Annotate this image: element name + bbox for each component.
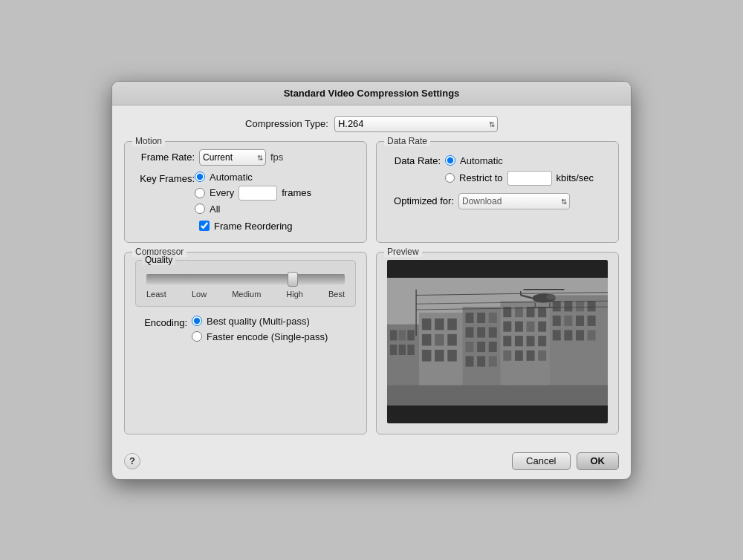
svg-rect-35 [527, 307, 535, 317]
svg-rect-13 [422, 333, 432, 345]
optimized-select-wrapper: Download Streaming CD-ROM LAN/Intranet [458, 193, 570, 209]
frame-reordering-label: Frame Reordering [214, 221, 293, 232]
key-frames-all-radio[interactable] [195, 204, 205, 214]
compression-type-select[interactable]: H.264 MPEG-4 Video Photo-JPEG [334, 116, 498, 132]
data-rate-kbits-input[interactable] [507, 171, 552, 186]
svg-rect-43 [527, 336, 535, 346]
svg-rect-50 [553, 301, 561, 311]
key-frames-automatic-label: Automatic [210, 172, 253, 183]
svg-point-68 [546, 293, 556, 299]
optimized-label: Optimized for: [387, 195, 454, 206]
data-rate-automatic-radio[interactable] [445, 155, 455, 166]
frame-rate-row: Frame Rate: Current 10 15 24 29.97 30 fp… [135, 149, 356, 166]
svg-rect-42 [515, 336, 523, 346]
action-buttons: Cancel OK [512, 452, 619, 470]
optimized-row: Optimized for: Download Streaming CD-ROM… [387, 193, 608, 209]
encoding-best-row: Best quality (Multi-pass) [192, 316, 328, 327]
svg-rect-61 [588, 330, 596, 340]
frame-rate-select-wrapper: Current 10 15 24 29.97 30 [199, 149, 266, 166]
quality-label-best: Best [328, 290, 345, 299]
data-rate-restrict-label: Restrict to [459, 172, 503, 183]
frame-reordering-row: Frame Reordering [199, 221, 356, 232]
key-frames-all-label: All [210, 204, 220, 215]
svg-rect-24 [477, 327, 485, 337]
help-button[interactable]: ? [124, 453, 140, 469]
svg-rect-28 [489, 342, 497, 352]
svg-rect-60 [576, 330, 584, 340]
frame-rate-select[interactable]: Current 10 15 24 29.97 30 [199, 149, 266, 166]
svg-rect-22 [489, 312, 497, 322]
encoding-section: Encoding: Best quality (Multi-pass) Fast… [135, 316, 356, 342]
key-frames-section: Key Frames: Automatic Every frames [135, 172, 356, 215]
svg-rect-39 [527, 321, 535, 331]
encoding-faster-label: Faster encode (Single-pass) [207, 331, 328, 342]
key-frames-every-input[interactable] [239, 186, 277, 201]
svg-rect-38 [515, 321, 523, 331]
svg-rect-57 [588, 315, 596, 325]
svg-rect-44 [538, 336, 546, 346]
quality-slider-wrapper: Least Low Medium High Best [146, 274, 345, 299]
svg-rect-31 [489, 356, 497, 366]
data-rate-label-row: Data Rate: Automatic [387, 155, 608, 166]
optimized-select[interactable]: Download Streaming CD-ROM LAN/Intranet [458, 193, 570, 209]
svg-rect-55 [564, 315, 572, 325]
data-rate-panel-title: Data Rate [384, 136, 430, 146]
svg-rect-3 [390, 330, 397, 340]
svg-rect-58 [553, 330, 561, 340]
dialog: Standard Video Compression Settings Comp… [111, 81, 632, 480]
encoding-faster-radio[interactable] [192, 331, 202, 342]
svg-rect-26 [466, 342, 474, 352]
title-text: Standard Video Compression Settings [284, 88, 460, 99]
quality-label-high: High [286, 290, 303, 299]
svg-rect-8 [407, 344, 414, 354]
svg-rect-20 [466, 312, 474, 322]
svg-rect-12 [447, 318, 457, 330]
encoding-options: Best quality (Multi-pass) Faster encode … [192, 316, 328, 342]
encoding-best-label: Best quality (Multi-pass) [207, 316, 310, 327]
cancel-button[interactable]: Cancel [512, 452, 570, 470]
quality-label-least: Least [146, 290, 166, 299]
svg-rect-37 [503, 321, 511, 331]
svg-rect-21 [477, 312, 485, 322]
fps-unit-label: fps [270, 152, 283, 163]
svg-rect-54 [553, 315, 561, 325]
key-frames-automatic-radio[interactable] [195, 172, 205, 182]
svg-rect-11 [435, 318, 444, 330]
kbits-unit-label: kbits/sec [557, 172, 594, 183]
compression-type-label: Compression Type: [245, 118, 328, 129]
frame-reordering-checkbox[interactable] [199, 221, 210, 231]
svg-rect-18 [447, 349, 457, 361]
svg-rect-5 [407, 330, 414, 340]
compression-type-wrapper: H.264 MPEG-4 Video Photo-JPEG [334, 116, 498, 132]
svg-rect-30 [477, 356, 485, 366]
top-panels: Motion Frame Rate: Current 10 15 24 29.9… [124, 141, 619, 243]
svg-rect-29 [466, 356, 474, 366]
preview-panel: Preview [376, 252, 619, 434]
data-rate-field-label: Data Rate: [387, 155, 441, 166]
svg-rect-10 [422, 318, 432, 330]
svg-rect-17 [435, 349, 444, 361]
key-frames-label: Key Frames: [135, 172, 195, 184]
data-rate-automatic-row: Automatic [445, 155, 503, 166]
svg-rect-41 [503, 336, 511, 346]
svg-rect-15 [447, 333, 457, 345]
quality-label-low: Low [192, 290, 207, 299]
svg-rect-23 [466, 327, 474, 337]
svg-rect-46 [515, 350, 523, 360]
quality-title: Quality [142, 255, 175, 265]
ok-button[interactable]: OK [577, 452, 620, 470]
svg-rect-40 [538, 321, 546, 331]
svg-rect-36 [538, 307, 546, 317]
data-rate-restrict-radio[interactable] [445, 173, 455, 183]
svg-rect-45 [503, 350, 511, 360]
data-rate-restrict-row: Restrict to kbits/sec [445, 171, 608, 186]
svg-rect-14 [435, 333, 444, 345]
encoding-best-radio[interactable] [192, 316, 202, 326]
key-frames-options: Automatic Every frames All [195, 172, 311, 215]
key-frames-every-radio[interactable] [195, 188, 205, 198]
key-frames-automatic-row: Automatic [195, 172, 311, 183]
data-rate-rows: Data Rate: Automatic Restrict to kbits/s… [387, 155, 608, 186]
encoding-label: Encoding: [135, 316, 187, 328]
quality-slider[interactable] [146, 274, 345, 284]
quality-slider-labels: Least Low Medium High Best [146, 290, 345, 299]
